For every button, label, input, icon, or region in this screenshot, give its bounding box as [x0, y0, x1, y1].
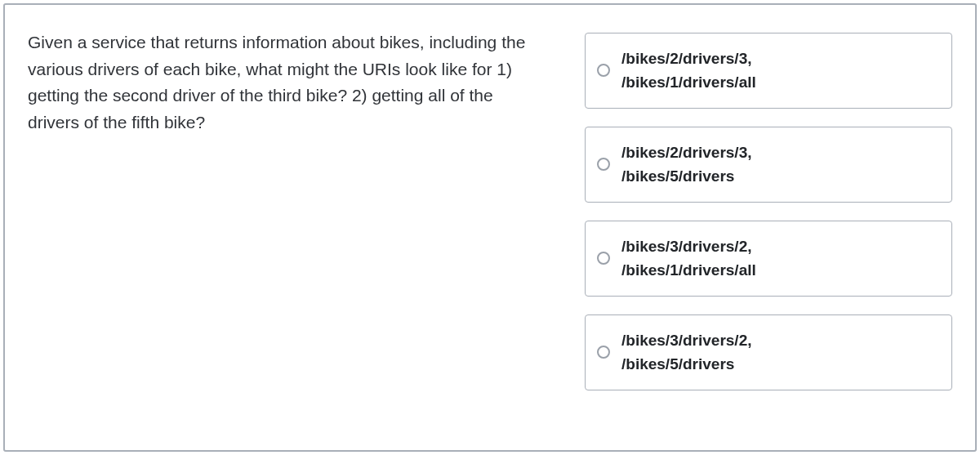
answer-line2: /bikes/5/drivers — [621, 355, 734, 372]
answer-line2: /bikes/1/drivers/all — [621, 261, 756, 279]
answer-option-1[interactable]: /bikes/2/drivers/3, /bikes/5/drivers — [585, 127, 952, 203]
question-column: Given a service that returns information… — [28, 29, 536, 426]
answer-text: /bikes/3/drivers/2, /bikes/1/drivers/all — [621, 234, 756, 283]
answer-line1: /bikes/2/drivers/3, — [621, 144, 752, 161]
answer-option-3[interactable]: /bikes/3/drivers/2, /bikes/5/drivers — [585, 314, 952, 390]
radio-icon — [597, 252, 610, 265]
answer-line1: /bikes/3/drivers/2, — [621, 332, 752, 349]
answer-line2: /bikes/5/drivers — [621, 167, 734, 185]
answer-option-0[interactable]: /bikes/2/drivers/3, /bikes/1/drivers/all — [585, 33, 952, 109]
answers-column: /bikes/2/drivers/3, /bikes/1/drivers/all… — [585, 29, 952, 426]
radio-icon — [597, 64, 610, 77]
radio-icon — [597, 158, 610, 171]
answer-option-2[interactable]: /bikes/3/drivers/2, /bikes/1/drivers/all — [585, 221, 952, 297]
radio-icon — [597, 346, 610, 359]
answer-text: /bikes/3/drivers/2, /bikes/5/drivers — [621, 328, 752, 377]
answer-line2: /bikes/1/drivers/all — [621, 74, 756, 91]
answer-line1: /bikes/3/drivers/2, — [621, 238, 752, 255]
answer-text: /bikes/2/drivers/3, /bikes/1/drivers/all — [621, 47, 756, 95]
question-text: Given a service that returns information… — [28, 29, 536, 136]
quiz-container: Given a service that returns information… — [3, 3, 977, 452]
answer-text: /bikes/2/drivers/3, /bikes/5/drivers — [621, 141, 752, 189]
answer-line1: /bikes/2/drivers/3, — [621, 50, 752, 67]
